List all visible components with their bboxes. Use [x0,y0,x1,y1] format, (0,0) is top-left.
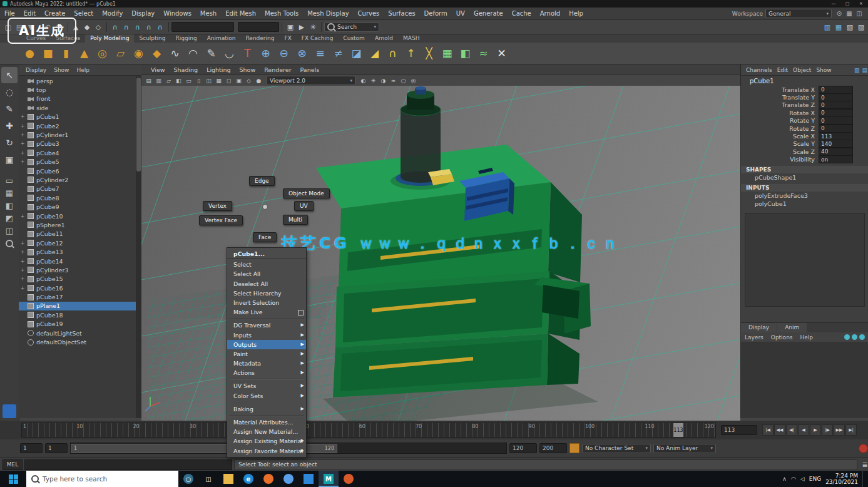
shelf-tab-arnold[interactable]: Arnold [370,34,398,43]
expand-icon[interactable]: + [19,276,26,282]
menu-uv[interactable]: UV [452,8,469,19]
shelf-cv-curve-icon[interactable]: ∿ [166,45,183,62]
outliner-item-pcube10[interactable]: +pCube10 [19,212,136,220]
menu-windows[interactable]: Windows [159,8,196,19]
lasso-tool[interactable]: ◌ [1,84,18,100]
menu-generate[interactable]: Generate [469,8,508,19]
context-menu-item-outputs[interactable]: Outputs▶ [227,340,306,349]
context-menu-item-pcube1[interactable]: pCube1... [227,249,306,259]
viewport-renderer-dropdown[interactable]: Viewport 2.0 ▾ [267,76,355,85]
scrollbar-thumb[interactable] [136,78,141,172]
outliner-item-defaultlightset[interactable]: defaultLightSet [19,329,136,337]
menu-curves[interactable]: Curves [354,8,384,19]
absolute-transform-field[interactable] [171,22,234,32]
task-view-icon[interactable]: ◫ [198,471,218,487]
outliner-item-pcube17[interactable]: pCube17 [19,292,136,301]
menu-mesh-display[interactable]: Mesh Display [303,8,353,19]
firefox-icon[interactable] [258,471,278,487]
outliner-item-pcube3[interactable]: +pCube3 [19,140,136,148]
tool-settings-toggle-icon[interactable]: ▨ [855,21,867,33]
expand-icon[interactable]: + [19,123,26,129]
go-to-start-button[interactable]: |◀ [762,424,774,436]
shelf-separate-icon[interactable]: ≠ [330,45,347,62]
shelf-quad-draw-icon[interactable]: ▦ [439,45,456,62]
lights-icon[interactable]: ✳ [369,76,378,85]
select-object-icon[interactable]: ◆ [81,21,93,33]
outliner-item-pcube18[interactable]: pCube18 [19,310,136,319]
outliner-menu-display[interactable]: Display [23,67,49,73]
shelf-tab-rigging[interactable]: Rigging [171,34,202,43]
channel-box-menu-edit[interactable]: Edit [775,67,790,73]
shelf-tab-rendering[interactable]: Rendering [241,34,280,43]
context-menu-item-paint[interactable]: Paint▶ [227,349,306,359]
menu-deform[interactable]: Deform [420,8,452,19]
outliner-item-pcylinder2[interactable]: pCylinder2 [19,175,136,184]
context-menu-item-inputs[interactable]: Inputs▶ [227,331,306,340]
film-gate-icon[interactable]: ▭ [184,76,193,85]
expand-icon[interactable]: + [19,213,26,219]
character-set-dropdown[interactable]: No Character Set ▾ [582,444,651,453]
hidden-icons-chevron[interactable]: ∧ [782,476,787,482]
go-to-end-button[interactable]: ▶| [845,424,857,436]
maximize-button[interactable]: ▢ [840,0,854,8]
channel-box-menu-channels[interactable]: Channels [743,67,775,73]
resolution-gate-icon[interactable]: ▯ [194,76,203,85]
command-line-input[interactable] [24,459,232,470]
snap-to-view-plane-icon[interactable]: ∩ [143,21,155,33]
quick-search-dropdown[interactable]: Search ▾ [324,23,379,32]
context-menu-item-select-all[interactable]: Select All [227,269,306,279]
panel-menu-renderer[interactable]: Renderer [260,66,295,73]
channel-value-field[interactable]: 0 [819,125,853,133]
shelf-multi-cut-icon[interactable]: ╳ [421,45,437,62]
channel-value-field[interactable]: 0 [819,116,853,125]
shelf-cylinder-icon[interactable]: ▮ [58,45,74,62]
xray-icon[interactable]: ○ [399,76,408,85]
animation-start-field[interactable]: 1 [20,443,43,453]
expand-icon[interactable]: + [19,259,26,264]
shelf-extrude-icon[interactable]: ↑ [402,45,419,62]
outliner-item-pcube19[interactable]: pCube19 [19,320,136,329]
panel-menu-shading[interactable]: Shading [170,66,203,73]
persp-outliner-layout-button[interactable]: ◧ [2,200,17,212]
context-menu-item-baking[interactable]: Baking▶ [227,404,306,414]
marking-menu-vertex[interactable]: Vertex [203,201,232,211]
layer-tab-anim[interactable]: Anim [777,323,807,332]
script-editor-icon[interactable]: ≣ [859,459,868,470]
field-chart-icon[interactable]: ▦ [214,76,223,85]
shelf-cone-icon[interactable]: ▲ [76,45,93,62]
shelf-plane-icon[interactable]: ▱ [112,45,129,62]
outliner-item-pcube9[interactable]: pCube9 [19,202,136,211]
outliner-item-pplane1[interactable]: pPlane1 [19,302,136,310]
media-player-icon[interactable] [339,471,359,487]
isolate-select-icon[interactable]: ◎ [409,76,418,85]
channel-box-pin-icon[interactable]: ▤ [860,67,868,73]
workspace-layout-icon[interactable]: ◫ [854,9,864,18]
context-menu-item-assign-favorite-material[interactable]: Assign Favorite Material▶ [227,446,306,456]
layer-menu-options[interactable]: Options [767,334,797,341]
workspace-grid-icon[interactable]: ▦ [844,9,854,18]
bookmarks-icon[interactable]: ▥ [154,76,163,85]
outliner-item-pcylinder3[interactable]: +pCylinder3 [19,265,136,274]
select-tool[interactable]: ↖ [1,67,18,83]
rotate-tool[interactable]: ↻ [1,135,18,151]
outliner-item-pcube12[interactable]: +pCube12 [19,238,136,247]
current-time-field[interactable]: 113 [721,425,757,435]
file-explorer-icon[interactable] [218,471,238,487]
edge-icon[interactable]: e [238,471,258,487]
context-menu-item-uv-sets[interactable]: UV Sets▶ [227,381,306,391]
step-back-frame-button[interactable]: ◀| [786,424,797,436]
motion-blur-icon[interactable]: ≈ [389,76,398,85]
outliner-item-pcube8[interactable]: pCube8 [19,193,136,202]
menu-display[interactable]: Display [127,8,159,19]
paint-select-tool[interactable]: ✎ [1,101,18,117]
layer-tab-display[interactable]: Display [741,323,777,332]
outliner-item-pcube6[interactable]: pCube6 [19,167,136,175]
shelf-disc-icon[interactable]: ◉ [130,45,147,62]
context-menu-item-select-hierarchy[interactable]: Select Hierarchy [227,289,306,298]
shelf-tab-animation[interactable]: Animation [202,34,241,43]
shelf-torus-icon[interactable]: ◎ [94,45,111,62]
layer-menu-layers[interactable]: Layers [741,334,767,341]
context-menu-item-deselect-all[interactable]: Deselect All [227,279,306,289]
outliner-item-pcube7[interactable]: pCube7 [19,185,136,193]
chrome-icon[interactable] [278,471,299,487]
